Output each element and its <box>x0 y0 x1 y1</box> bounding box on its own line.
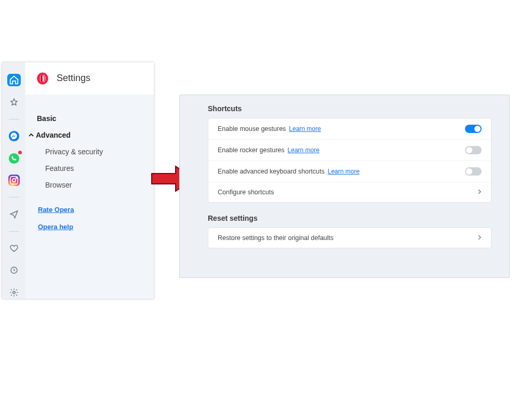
settings-pane: Settings Basic Advanced Privacy & securi… <box>25 62 154 299</box>
rocker-gestures-toggle[interactable] <box>465 146 482 154</box>
rail-divider <box>9 197 19 197</box>
nav-advanced-label: Advanced <box>36 131 71 139</box>
keyboard-shortcuts-toggle[interactable] <box>465 167 482 176</box>
send-icon[interactable] <box>7 208 21 220</box>
opera-help-link[interactable]: Opera help <box>38 220 154 234</box>
rocker-gestures-label: Enable rocker gestures <box>218 147 285 154</box>
row-mouse-gestures: Enable mouse gestures Learn more <box>208 118 491 140</box>
keyboard-shortcuts-label: Enable advanced keyboard shortcuts <box>218 168 325 175</box>
rail-divider <box>9 231 19 232</box>
whatsapp-icon[interactable] <box>7 152 21 164</box>
icon-rail <box>2 62 25 299</box>
clock-icon[interactable] <box>7 264 21 276</box>
svg-point-1 <box>8 153 19 163</box>
gear-icon[interactable] <box>7 286 21 299</box>
heart-icon[interactable] <box>7 242 21 255</box>
mouse-gestures-toggle[interactable] <box>465 125 482 133</box>
rail-divider <box>9 119 19 119</box>
restore-defaults-label: Restore settings to their original defau… <box>218 234 334 242</box>
restore-defaults-row[interactable]: Restore settings to their original defau… <box>208 228 491 248</box>
rocker-gestures-learn-more-link[interactable]: Learn more <box>288 147 320 154</box>
mouse-gestures-learn-more-link[interactable]: Learn more <box>289 125 321 132</box>
svg-point-4 <box>16 178 17 179</box>
settings-detail-panel: Shortcuts Enable mouse gestures Learn mo… <box>179 95 510 278</box>
row-rocker-gestures: Enable rocker gestures Learn more <box>208 140 491 161</box>
instagram-icon[interactable] <box>7 174 21 187</box>
shortcuts-section-title: Shortcuts <box>208 104 491 113</box>
nav-features[interactable]: Features <box>45 160 154 177</box>
settings-header: Settings <box>25 62 154 95</box>
keyboard-shortcuts-learn-more-link[interactable]: Learn more <box>328 168 360 175</box>
star-icon[interactable] <box>7 96 21 108</box>
shortcuts-card: Enable mouse gestures Learn more Enable … <box>208 118 491 203</box>
chevron-right-icon <box>477 234 482 242</box>
configure-shortcuts-label: Configure shortcuts <box>218 189 274 196</box>
page-title: Settings <box>57 73 90 84</box>
settings-nav: Basic Advanced Privacy & security Featur… <box>25 95 154 299</box>
nav-browser[interactable]: Browser <box>45 177 154 193</box>
configure-shortcuts-row[interactable]: Configure shortcuts <box>208 182 491 202</box>
opera-logo-icon <box>36 72 49 85</box>
rate-opera-link[interactable]: Rate Opera <box>38 203 154 217</box>
nav-basic[interactable]: Basic <box>37 110 154 127</box>
notification-dot <box>18 151 22 154</box>
reset-section-title: Reset settings <box>208 214 491 222</box>
svg-point-6 <box>12 291 15 294</box>
reset-card: Restore settings to their original defau… <box>208 228 491 248</box>
mouse-gestures-label: Enable mouse gestures <box>218 125 286 132</box>
home-icon[interactable] <box>7 74 21 86</box>
row-keyboard-shortcuts: Enable advanced keyboard shortcuts Learn… <box>208 161 491 182</box>
svg-point-3 <box>12 179 15 182</box>
chevron-right-icon <box>477 189 482 196</box>
messenger-icon[interactable] <box>7 130 21 142</box>
nav-advanced[interactable]: Advanced <box>37 127 154 143</box>
nav-privacy-security[interactable]: Privacy & security <box>45 143 154 160</box>
chevron-up-icon <box>29 131 36 139</box>
settings-sidebar-panel: Settings Basic Advanced Privacy & securi… <box>2 62 154 299</box>
